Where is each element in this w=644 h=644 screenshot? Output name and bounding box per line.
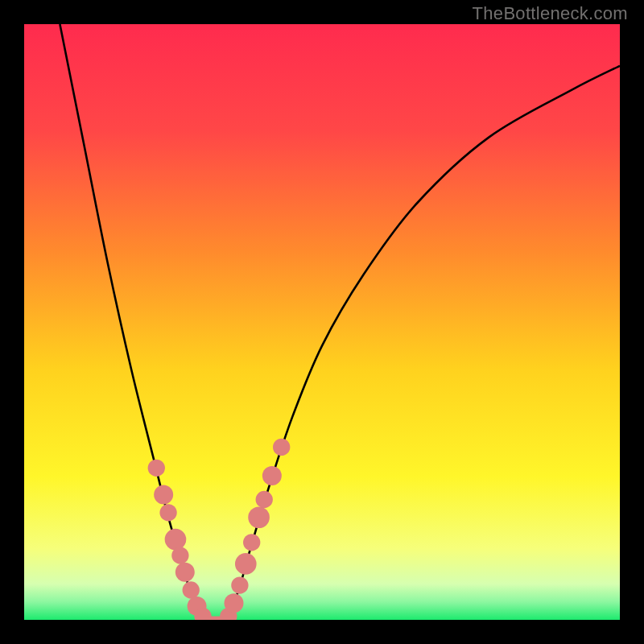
data-marker — [165, 529, 187, 551]
data-marker — [273, 439, 290, 456]
data-marker — [231, 576, 248, 593]
data-marker — [224, 593, 243, 613]
data-marker — [183, 581, 200, 598]
data-marker — [248, 506, 270, 528]
curve-left — [60, 24, 205, 620]
curve-layer — [24, 24, 620, 620]
data-marker — [235, 553, 257, 575]
data-marker — [256, 491, 273, 508]
curve-right — [227, 66, 620, 620]
data-marker — [243, 534, 260, 551]
data-marker — [171, 547, 188, 564]
data-marker — [159, 504, 176, 521]
plot-area — [24, 24, 620, 620]
watermark-text: TheBottleneck.com — [473, 3, 628, 24]
data-marker — [154, 485, 173, 505]
data-marker — [148, 460, 165, 477]
marker-group-left — [148, 460, 212, 620]
data-marker — [175, 563, 195, 582]
data-marker — [262, 466, 282, 485]
marker-group-right — [220, 439, 290, 620]
chart-frame: TheBottleneck.com — [0, 0, 644, 644]
